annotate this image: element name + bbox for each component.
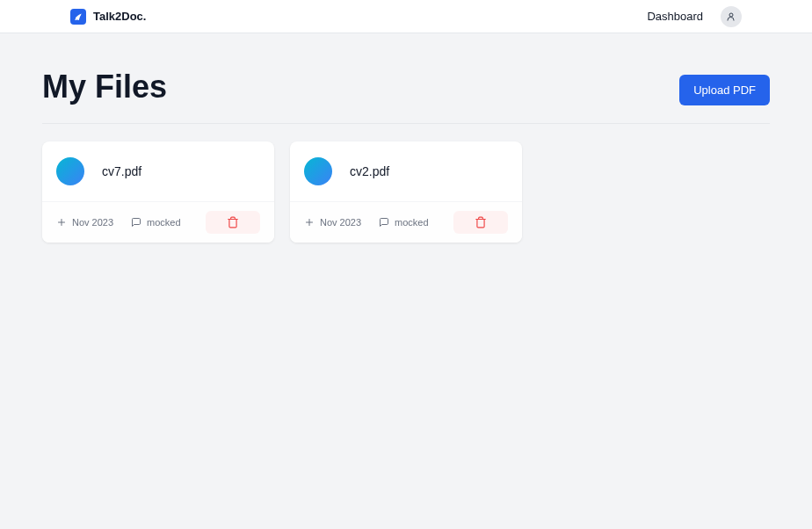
navbar: Talk2Doc. Dashboard [0,0,812,33]
file-avatar-icon [304,157,332,185]
trash-icon [227,216,239,228]
file-name: cv2.pdf [350,164,389,178]
file-name: cv7.pdf [102,164,141,178]
main-content: My Files Upload PDF cv7.pdf Nov 2023 [0,33,812,278]
file-comment: mocked [379,217,446,228]
file-date-text: Nov 2023 [320,217,361,228]
page-header: My Files Upload PDF [42,69,770,124]
file-date-text: Nov 2023 [72,217,113,228]
file-card[interactable]: cv2.pdf Nov 2023 mocked [290,141,522,243]
page-title: My Files [42,69,167,105]
navbar-brand[interactable]: Talk2Doc. [70,9,146,25]
delete-file-button[interactable] [453,211,508,234]
plus-icon [56,217,67,228]
files-grid: cv7.pdf Nov 2023 mocked [42,141,770,243]
file-date: Nov 2023 [56,217,124,228]
plus-icon [304,217,315,228]
file-comment-text: mocked [147,217,181,228]
message-icon [131,217,141,228]
dashboard-link[interactable]: Dashboard [647,10,703,23]
file-card[interactable]: cv7.pdf Nov 2023 mocked [42,141,274,243]
brand-text: Talk2Doc. [93,10,146,23]
file-avatar-icon [56,157,84,185]
file-card-footer: Nov 2023 mocked [290,201,522,243]
svg-point-0 [729,13,733,17]
file-comment-text: mocked [395,217,429,228]
file-comment: mocked [131,217,199,228]
user-icon [726,11,736,22]
message-icon [379,217,389,228]
trash-icon [475,216,487,228]
upload-pdf-button[interactable]: Upload PDF [679,75,770,105]
file-date: Nov 2023 [304,217,372,228]
delete-file-button[interactable] [206,211,260,234]
navbar-right: Dashboard [647,6,742,27]
user-menu-button[interactable] [721,6,742,27]
file-card-footer: Nov 2023 mocked [42,201,274,243]
logo-icon [70,9,86,25]
file-card-header: cv2.pdf [290,141,522,201]
file-card-header: cv7.pdf [42,141,274,201]
